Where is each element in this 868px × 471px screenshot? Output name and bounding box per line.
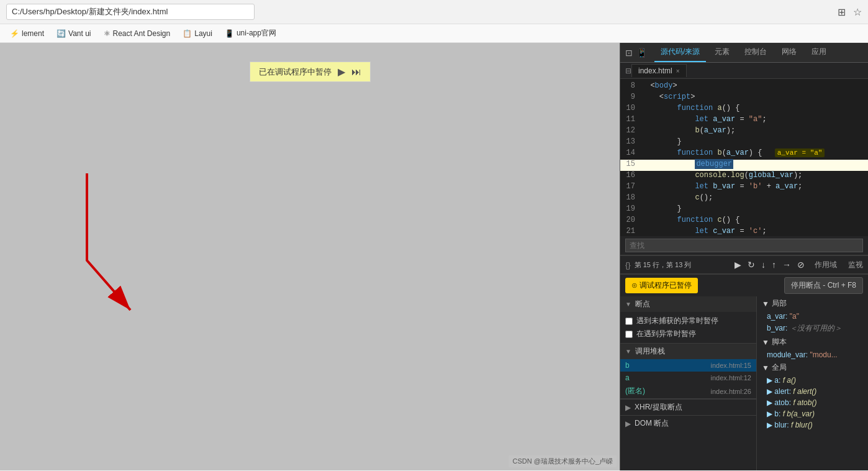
- global-var-blur: ▶ blur: f blur(): [757, 419, 868, 431]
- var-a-var-name: a_var:: [767, 312, 787, 321]
- xhr-section[interactable]: ▶ XHR/提取断点: [620, 399, 756, 415]
- step-control-btn[interactable]: →: [780, 258, 793, 271]
- brackets-icon: {}: [625, 260, 631, 270]
- breakpoints-arrow: ▼: [625, 301, 631, 308]
- breakpoint-uncaught-checkbox[interactable]: [625, 318, 633, 325]
- breakpoints-header[interactable]: ▼ 断点: [620, 296, 756, 312]
- global-var-alert-val: f alert(): [793, 387, 816, 396]
- disable-bp-btn[interactable]: 停用断点 - Ctrl + F8: [784, 277, 863, 294]
- code-line-18: 18 c();: [620, 193, 868, 204]
- script-vars-header[interactable]: ▼ 脚本: [757, 335, 868, 349]
- position-info: 第 15 行，第 13 列: [635, 260, 692, 270]
- tab-application[interactable]: 应用: [805, 43, 833, 62]
- tab-elements[interactable]: 元素: [708, 43, 736, 62]
- bookmark-icon[interactable]: ☆: [853, 6, 862, 18]
- global-var-a: ▶ a: f a(): [757, 375, 868, 386]
- tab-console[interactable]: 控制台: [738, 43, 773, 62]
- translate-icon[interactable]: ⊞: [838, 6, 846, 18]
- global-var-b-name: ▶ b:: [767, 409, 780, 418]
- bookmark-layui[interactable]: 📋 Layui: [178, 28, 217, 39]
- var-b-var-name: b_var:: [767, 324, 787, 332]
- var-module-name: module_var:: [767, 350, 808, 359]
- var-b-var: b_var: ＜没有可用的＞: [757, 322, 868, 335]
- deactivate-control-btn[interactable]: ⊘: [795, 258, 807, 271]
- code-line-20: 20 function c() {: [620, 216, 868, 227]
- code-line-11: 11 let a_var = "a";: [620, 115, 868, 126]
- address-bar[interactable]: C:/Users/hp/Desktop/新建文件夹/index.html: [6, 4, 255, 20]
- browser-bar: C:/Users/hp/Desktop/新建文件夹/index.html ⊞ ☆: [0, 0, 868, 24]
- var-a-var: a_var: "a": [757, 311, 868, 322]
- uniapp-icon: 📱: [225, 29, 234, 38]
- code-editor[interactable]: 8 <body> 9 <script> 10 function a() { 11…: [620, 79, 868, 236]
- call-stack-anon-name: (匿名): [625, 386, 645, 396]
- breakpoints-section: ▼ 断点 遇到未捕获的异常时暂停 在遇到异常时暂停: [620, 296, 756, 344]
- file-tab-name: index.html: [638, 66, 672, 75]
- debug-paused-btn[interactable]: ⊙ 调试程序已暂停: [625, 278, 698, 293]
- call-stack-header[interactable]: ▼ 调用堆栈: [620, 344, 756, 359]
- step-over-btn[interactable]: ⏭: [351, 66, 361, 78]
- bookmark-uniapp-label: uni-app官网: [237, 28, 276, 39]
- code-line-13: 13 }: [620, 137, 868, 149]
- breakpoints-title: 断点: [635, 299, 650, 309]
- bookmark-element[interactable]: ⚡ lement: [5, 28, 49, 39]
- dom-section[interactable]: ▶ DOM 断点: [620, 415, 756, 431]
- devtools-inspect-icon[interactable]: ⊡: [625, 48, 633, 58]
- browser-icons: ⊞ ☆: [838, 6, 862, 18]
- bookmark-element-label: lement: [22, 29, 44, 38]
- search-input[interactable]: [625, 239, 863, 252]
- local-vars-header[interactable]: ▼ 局部: [757, 296, 868, 311]
- step-into-control-btn[interactable]: ↓: [759, 258, 768, 271]
- global-var-a-name: ▶ a:: [767, 376, 780, 385]
- call-stack-a-loc: index.html:12: [711, 374, 751, 382]
- devtools-device-icon[interactable]: 📱: [636, 48, 647, 58]
- call-stack-title: 调用堆栈: [635, 346, 665, 357]
- global-var-blur-name: ▶ blur:: [767, 421, 789, 429]
- devtools-tabs: ⊡ 📱 源代码/来源 元素 控制台 网络 应用: [620, 43, 868, 63]
- tab-source[interactable]: 源代码/来源: [654, 43, 706, 62]
- react-icon: ⚛: [104, 29, 111, 38]
- global-var-alert-name: ▶ alert:: [767, 387, 791, 396]
- dom-title: DOM 断点: [635, 418, 669, 429]
- step-out-control-btn[interactable]: ↑: [769, 258, 779, 271]
- sidebar-panels: ▼ 断点 遇到未捕获的异常时暂停 在遇到异常时暂停: [620, 296, 868, 470]
- breakpoint-caught-checkbox[interactable]: [625, 331, 633, 338]
- global-var-a-val: f a(): [783, 376, 796, 385]
- bottom-toolbar: {} 第 15 行，第 13 列 ▶ ↻ ↓ ↑ → ⊘ 作用域 监视: [620, 255, 868, 274]
- global-vars-arrow: ▼: [762, 364, 769, 372]
- bookmark-uniapp[interactable]: 📱 uni-app官网: [220, 27, 281, 40]
- bookmark-react[interactable]: ⚛ React Ant Design: [99, 28, 176, 39]
- call-stack-anon[interactable]: (匿名) index.html:26: [620, 384, 756, 398]
- call-stack-a[interactable]: a index.html:12: [620, 372, 756, 384]
- devtools-icon-group: ⊡ 📱: [625, 48, 647, 58]
- tab-network[interactable]: 网络: [775, 43, 803, 62]
- var-module-var: module_var: "modu...: [757, 349, 868, 360]
- call-stack-a-name: a: [625, 373, 630, 382]
- file-list-icon[interactable]: ⊟: [625, 66, 631, 75]
- file-tab-bar: ⊟ index.html ×: [620, 63, 868, 79]
- call-stack-b-name: b: [625, 361, 630, 370]
- call-stack-anon-loc: index.html:26: [711, 388, 751, 395]
- code-line-9: 9 <script>: [620, 93, 868, 104]
- bookmark-vant[interactable]: 🔄 Vant ui: [52, 28, 96, 39]
- global-vars-header[interactable]: ▼ 全局: [757, 360, 868, 375]
- resume-btn[interactable]: ▶: [338, 66, 345, 78]
- watch-label: 监视: [848, 260, 863, 270]
- file-tab-close-btn[interactable]: ×: [676, 68, 680, 75]
- global-var-atob-val: f atob(): [793, 398, 816, 407]
- debug-banner-text: 已在调试程序中暂停: [259, 66, 332, 78]
- dom-arrow: ▶: [625, 419, 631, 428]
- step-over-control-btn[interactable]: ↻: [745, 258, 757, 271]
- file-tab-index[interactable]: index.html ×: [631, 64, 687, 77]
- resume-control-btn[interactable]: ▶: [732, 258, 744, 271]
- code-line-8: 8 <body>: [620, 81, 868, 93]
- code-line-10: 10 function a() {: [620, 104, 868, 115]
- call-stack-b[interactable]: b index.html:15: [620, 359, 756, 372]
- var-a-var-val: "a": [790, 312, 799, 321]
- code-line-14: 14 function b(a_var) { a_var = "a": [620, 149, 868, 160]
- xhr-arrow: ▶: [625, 403, 631, 412]
- script-vars-title: 脚本: [772, 337, 787, 347]
- debug-arrow: [50, 167, 174, 329]
- code-line-17: 17 let b_var = 'b' + a_var;: [620, 182, 868, 193]
- local-vars-title: 局部: [772, 298, 787, 309]
- bookmark-layui-label: Layui: [194, 29, 212, 38]
